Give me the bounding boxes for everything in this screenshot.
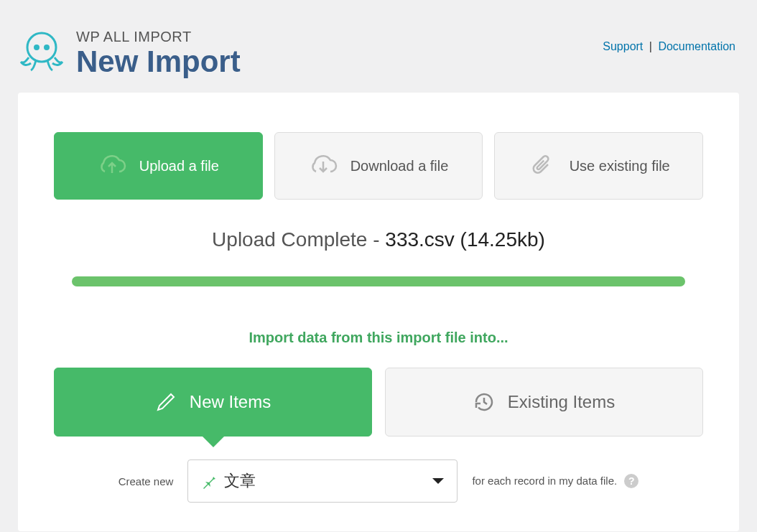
new-items-label: New Items	[190, 392, 271, 412]
svg-point-0	[27, 33, 56, 62]
new-items-button[interactable]: New Items	[54, 368, 372, 437]
support-link[interactable]: Support	[603, 40, 643, 52]
page-header: WP ALL IMPORT New Import Support | Docum…	[0, 0, 757, 93]
upload-file-label: Upload a file	[139, 158, 219, 174]
upload-status-label: Upload Complete	[212, 228, 367, 251]
existing-items-button[interactable]: Existing Items	[385, 368, 703, 437]
cloud-upload-icon	[98, 151, 126, 180]
svg-point-2	[45, 46, 49, 50]
svg-point-1	[35, 46, 39, 50]
import-mode-row: New Items Existing Items	[54, 368, 703, 437]
upload-file-tab[interactable]: Upload a file	[54, 132, 263, 200]
post-type-selected: 文章	[224, 470, 432, 492]
link-separator: |	[649, 40, 652, 52]
upload-progress-bar	[72, 276, 685, 286]
existing-file-tab[interactable]: Use existing file	[494, 132, 703, 200]
brand-label: WP ALL IMPORT	[76, 29, 241, 45]
help-icon[interactable]: ?	[624, 474, 638, 488]
existing-items-label: Existing Items	[508, 392, 615, 412]
header-left: WP ALL IMPORT New Import	[18, 29, 241, 78]
documentation-link[interactable]: Documentation	[658, 40, 735, 52]
upload-status: Upload Complete - 333.csv (14.25kb)	[54, 228, 703, 251]
create-suffix: for each record in my data file. ?	[472, 474, 638, 488]
pencil-icon	[155, 391, 177, 413]
download-file-label: Download a file	[350, 158, 449, 174]
existing-file-label: Use existing file	[570, 158, 670, 174]
history-icon	[473, 391, 495, 413]
cloud-download-icon	[309, 151, 338, 180]
paperclip-icon	[528, 151, 557, 180]
post-type-dropdown[interactable]: 文章	[187, 459, 458, 503]
pin-icon	[201, 473, 217, 489]
chevron-down-icon	[432, 478, 444, 484]
create-new-row: Create new 文章 for each record in my data…	[54, 459, 703, 503]
create-prefix: Create new	[119, 475, 174, 487]
source-tabs: Upload a file Download a file Use existi…	[54, 132, 703, 200]
header-titles: WP ALL IMPORT New Import	[76, 29, 241, 78]
header-links: Support | Documentation	[603, 29, 735, 53]
download-file-tab[interactable]: Download a file	[274, 132, 483, 200]
upload-status-separator: -	[367, 228, 385, 251]
main-panel: Upload a file Download a file Use existi…	[18, 93, 739, 531]
import-into-heading: Import data from this import file into..…	[54, 330, 703, 346]
page-title: New Import	[76, 45, 241, 78]
octopus-logo-icon	[18, 29, 65, 76]
upload-filename: 333.csv (14.25kb)	[385, 228, 545, 251]
